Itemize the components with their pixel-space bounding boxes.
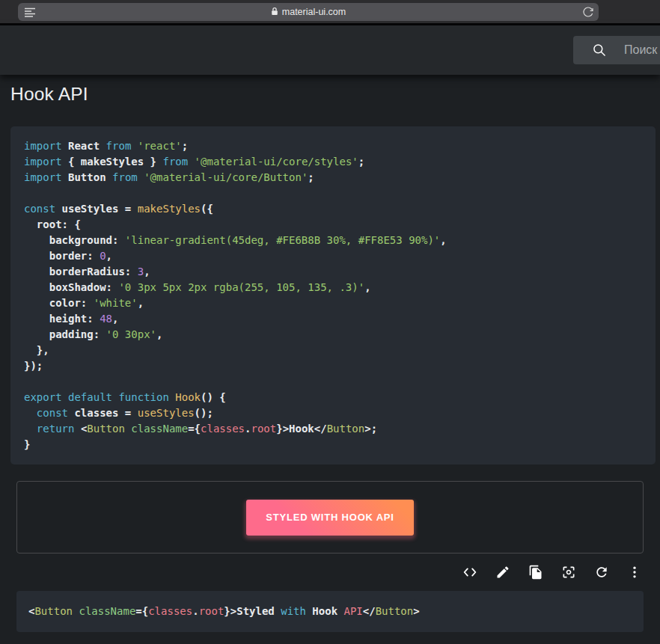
edit-icon[interactable] (494, 563, 512, 581)
lock-icon (271, 7, 278, 18)
demo-toolbar (461, 562, 644, 583)
focus-icon[interactable] (560, 563, 578, 581)
code-block-main[interactable]: import React from 'react';import { makeS… (10, 126, 656, 464)
show-code-icon[interactable] (461, 563, 479, 581)
search-placeholder: Поиск (624, 43, 657, 57)
reader-icon[interactable] (24, 7, 36, 17)
url-text: material-ui.com (282, 7, 346, 17)
browser-window: material-ui.com Поиск Hook API import Re… (0, 0, 660, 644)
reload-icon[interactable] (582, 6, 594, 18)
browser-chrome: material-ui.com (0, 0, 660, 25)
more-vert-icon[interactable] (626, 563, 644, 581)
search-icon (592, 43, 607, 58)
search-box[interactable]: Поиск (573, 36, 660, 64)
address-bar[interactable]: material-ui.com (18, 3, 599, 21)
demo-button[interactable]: STYLED WITH HOOK API (246, 500, 414, 536)
copy-icon[interactable] (527, 563, 545, 581)
page-title: Hook API (10, 84, 88, 105)
demo-container: STYLED WITH HOOK API (16, 481, 644, 553)
site-header: Поиск (0, 25, 660, 75)
code-block-snippet[interactable]: <Button className={classes.root}>Styled … (16, 591, 644, 632)
reset-icon[interactable] (593, 563, 611, 581)
